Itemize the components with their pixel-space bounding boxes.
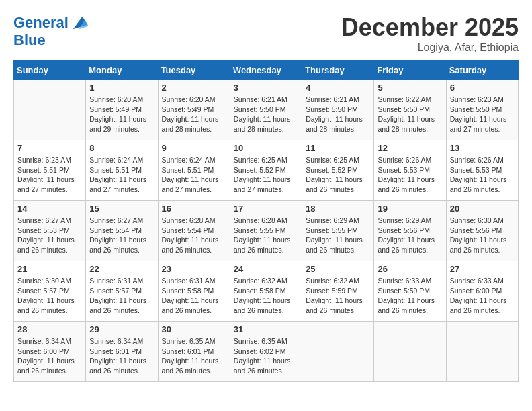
weekday-header: Friday — [374, 61, 446, 80]
calendar-cell: 16Sunrise: 6:28 AMSunset: 5:54 PMDayligh… — [158, 201, 230, 261]
logo-icon — [70, 13, 89, 32]
cell-sun-info: Sunrise: 6:27 AMSunset: 5:54 PMDaylight:… — [89, 216, 154, 255]
day-number: 13 — [450, 143, 515, 153]
calendar-cell: 24Sunrise: 6:32 AMSunset: 5:58 PMDayligh… — [230, 261, 302, 322]
cell-sun-info: Sunrise: 6:31 AMSunset: 5:58 PMDaylight:… — [162, 276, 226, 316]
calendar-week-row: 28Sunrise: 6:34 AMSunset: 6:00 PMDayligh… — [14, 322, 519, 382]
day-number: 30 — [162, 324, 226, 334]
day-number: 18 — [306, 203, 370, 214]
day-number: 27 — [450, 264, 515, 274]
day-number: 26 — [378, 264, 442, 274]
logo: General Blue — [13, 13, 89, 48]
cell-sun-info: Sunrise: 6:23 AMSunset: 5:50 PMDaylight:… — [450, 95, 515, 134]
day-number: 3 — [234, 83, 298, 93]
cell-sun-info: Sunrise: 6:33 AMSunset: 6:00 PMDaylight:… — [450, 276, 515, 316]
day-number: 15 — [89, 203, 154, 214]
weekday-header: Thursday — [302, 61, 374, 80]
day-number: 17 — [234, 203, 298, 214]
day-number: 8 — [89, 143, 154, 153]
title-block: December 2025 Logiya, Afar, Ethiopia — [341, 13, 519, 54]
calendar-cell: 29Sunrise: 6:34 AMSunset: 6:01 PMDayligh… — [86, 322, 158, 382]
day-number: 21 — [17, 264, 82, 274]
calendar-cell: 26Sunrise: 6:33 AMSunset: 5:59 PMDayligh… — [374, 261, 446, 322]
day-number: 14 — [17, 203, 82, 214]
cell-sun-info: Sunrise: 6:30 AMSunset: 5:57 PMDaylight:… — [17, 276, 82, 316]
calendar-cell — [302, 322, 374, 382]
calendar-cell — [14, 80, 86, 140]
day-number: 6 — [450, 83, 515, 93]
calendar-cell: 18Sunrise: 6:29 AMSunset: 5:55 PMDayligh… — [302, 201, 374, 261]
day-number: 1 — [89, 83, 154, 93]
cell-sun-info: Sunrise: 6:33 AMSunset: 5:59 PMDaylight:… — [378, 276, 442, 316]
day-number: 31 — [234, 324, 298, 334]
day-number: 5 — [378, 83, 442, 93]
cell-sun-info: Sunrise: 6:34 AMSunset: 6:00 PMDaylight:… — [17, 336, 82, 376]
calendar-cell: 23Sunrise: 6:31 AMSunset: 5:58 PMDayligh… — [158, 261, 230, 322]
calendar-cell: 19Sunrise: 6:29 AMSunset: 5:56 PMDayligh… — [374, 201, 446, 261]
weekday-header: Sunday — [14, 61, 86, 80]
day-number: 16 — [162, 203, 226, 214]
calendar-cell: 17Sunrise: 6:28 AMSunset: 5:55 PMDayligh… — [230, 201, 302, 261]
calendar-cell: 1Sunrise: 6:20 AMSunset: 5:49 PMDaylight… — [86, 80, 158, 140]
calendar-cell: 25Sunrise: 6:32 AMSunset: 5:59 PMDayligh… — [302, 261, 374, 322]
location: Logiya, Afar, Ethiopia — [341, 42, 519, 54]
calendar-cell: 13Sunrise: 6:26 AMSunset: 5:53 PMDayligh… — [446, 140, 518, 201]
calendar-cell: 20Sunrise: 6:30 AMSunset: 5:56 PMDayligh… — [446, 201, 518, 261]
calendar-week-row: 21Sunrise: 6:30 AMSunset: 5:57 PMDayligh… — [14, 261, 519, 322]
cell-sun-info: Sunrise: 6:20 AMSunset: 5:49 PMDaylight:… — [162, 95, 226, 134]
calendar-cell: 27Sunrise: 6:33 AMSunset: 6:00 PMDayligh… — [446, 261, 518, 322]
calendar-cell: 7Sunrise: 6:23 AMSunset: 5:51 PMDaylight… — [14, 140, 86, 201]
calendar-cell — [374, 322, 446, 382]
calendar-cell: 30Sunrise: 6:35 AMSunset: 6:01 PMDayligh… — [158, 322, 230, 382]
calendar-cell: 22Sunrise: 6:31 AMSunset: 5:57 PMDayligh… — [86, 261, 158, 322]
cell-sun-info: Sunrise: 6:26 AMSunset: 5:53 PMDaylight:… — [378, 155, 442, 195]
calendar-week-row: 1Sunrise: 6:20 AMSunset: 5:49 PMDaylight… — [14, 80, 519, 140]
calendar-cell: 3Sunrise: 6:21 AMSunset: 5:50 PMDaylight… — [230, 80, 302, 140]
calendar-cell: 14Sunrise: 6:27 AMSunset: 5:53 PMDayligh… — [14, 201, 86, 261]
cell-sun-info: Sunrise: 6:25 AMSunset: 5:52 PMDaylight:… — [306, 155, 370, 195]
cell-sun-info: Sunrise: 6:34 AMSunset: 6:01 PMDaylight:… — [89, 336, 154, 376]
day-number: 28 — [17, 324, 82, 334]
cell-sun-info: Sunrise: 6:28 AMSunset: 5:55 PMDaylight:… — [234, 216, 298, 255]
calendar-cell: 31Sunrise: 6:35 AMSunset: 6:02 PMDayligh… — [230, 322, 302, 382]
cell-sun-info: Sunrise: 6:32 AMSunset: 5:58 PMDaylight:… — [234, 276, 298, 316]
calendar-week-row: 7Sunrise: 6:23 AMSunset: 5:51 PMDaylight… — [14, 140, 519, 201]
cell-sun-info: Sunrise: 6:29 AMSunset: 5:56 PMDaylight:… — [378, 216, 442, 255]
weekday-header: Saturday — [446, 61, 518, 80]
page-header: General Blue December 2025 Logiya, Afar,… — [13, 13, 519, 54]
day-number: 7 — [17, 143, 82, 153]
calendar-cell: 10Sunrise: 6:25 AMSunset: 5:52 PMDayligh… — [230, 140, 302, 201]
day-number: 11 — [306, 143, 370, 153]
calendar-cell: 4Sunrise: 6:21 AMSunset: 5:50 PMDaylight… — [302, 80, 374, 140]
weekday-header: Wednesday — [230, 61, 302, 80]
cell-sun-info: Sunrise: 6:29 AMSunset: 5:55 PMDaylight:… — [306, 216, 370, 255]
cell-sun-info: Sunrise: 6:23 AMSunset: 5:51 PMDaylight:… — [17, 155, 82, 195]
cell-sun-info: Sunrise: 6:24 AMSunset: 5:51 PMDaylight:… — [89, 155, 154, 195]
calendar-cell: 12Sunrise: 6:26 AMSunset: 5:53 PMDayligh… — [374, 140, 446, 201]
calendar-cell: 15Sunrise: 6:27 AMSunset: 5:54 PMDayligh… — [86, 201, 158, 261]
day-number: 9 — [162, 143, 226, 153]
logo-blue-text: Blue — [13, 32, 89, 48]
calendar-cell: 21Sunrise: 6:30 AMSunset: 5:57 PMDayligh… — [14, 261, 86, 322]
day-number: 12 — [378, 143, 442, 153]
calendar-cell: 11Sunrise: 6:25 AMSunset: 5:52 PMDayligh… — [302, 140, 374, 201]
cell-sun-info: Sunrise: 6:35 AMSunset: 6:01 PMDaylight:… — [162, 336, 226, 376]
cell-sun-info: Sunrise: 6:24 AMSunset: 5:51 PMDaylight:… — [162, 155, 226, 195]
calendar-cell: 2Sunrise: 6:20 AMSunset: 5:49 PMDaylight… — [158, 80, 230, 140]
month-title: December 2025 — [341, 13, 519, 42]
weekday-header: Tuesday — [158, 61, 230, 80]
cell-sun-info: Sunrise: 6:32 AMSunset: 5:59 PMDaylight:… — [306, 276, 370, 316]
calendar-cell: 28Sunrise: 6:34 AMSunset: 6:00 PMDayligh… — [14, 322, 86, 382]
cell-sun-info: Sunrise: 6:21 AMSunset: 5:50 PMDaylight:… — [306, 95, 370, 134]
day-number: 29 — [89, 324, 154, 334]
calendar-cell: 5Sunrise: 6:22 AMSunset: 5:50 PMDaylight… — [374, 80, 446, 140]
day-number: 10 — [234, 143, 298, 153]
cell-sun-info: Sunrise: 6:26 AMSunset: 5:53 PMDaylight:… — [450, 155, 515, 195]
day-number: 19 — [378, 203, 442, 214]
calendar-cell: 8Sunrise: 6:24 AMSunset: 5:51 PMDaylight… — [86, 140, 158, 201]
weekday-header: Monday — [86, 61, 158, 80]
cell-sun-info: Sunrise: 6:21 AMSunset: 5:50 PMDaylight:… — [234, 95, 298, 134]
calendar-cell — [446, 322, 518, 382]
cell-sun-info: Sunrise: 6:20 AMSunset: 5:49 PMDaylight:… — [89, 95, 154, 134]
cell-sun-info: Sunrise: 6:35 AMSunset: 6:02 PMDaylight:… — [234, 336, 298, 376]
